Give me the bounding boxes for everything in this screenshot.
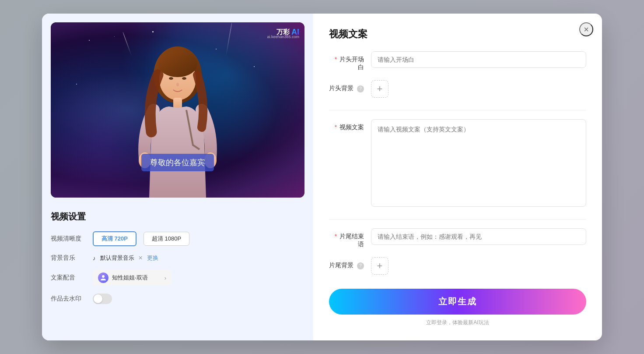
voice-arrow-icon: › [164,275,166,281]
intro-bg-add-btn[interactable]: + [371,80,388,98]
watermark-toggle-label: 作品去水印 [51,295,86,303]
music-note-icon: ♪ [93,255,96,262]
video-preview-wrapper: 万彩 AI ai.keehan365.com 尊敬的各位嘉宾 [51,22,304,198]
form-group-outro: * 片尾结束语 [329,228,586,248]
outro-bg-label-text: 片尾背景 [329,262,354,269]
content-textarea[interactable] [371,119,586,207]
music-control[interactable]: ♪ 默认背景音乐 × 更换 [93,254,158,262]
content-label: * 视频文案 [329,119,364,131]
divider-2 [329,219,586,219]
svg-rect-5 [173,98,182,109]
music-setting-row: 背景音乐 ♪ 默认背景音乐 × 更换 [51,254,304,262]
generate-button[interactable]: 立即生成 [329,289,586,315]
music-replace-btn[interactable]: 更换 [147,254,158,262]
modal-overlay: 万彩 AI ai.keehan365.com 尊敬的各位嘉宾 视频设置 视频清晰… [0,0,644,354]
outro-label: * 片尾结束语 [329,228,364,248]
close-button[interactable]: × [579,22,593,36]
form-group-content: * 视频文案 [329,119,586,207]
video-preview: 万彩 AI ai.keehan365.com 尊敬的各位嘉宾 [51,22,304,198]
music-label: 背景音乐 [51,254,86,262]
form-group-intro: * 片头开场白 [329,51,586,71]
quality-setting-row: 视频清晰度 高清 720P 超清 1080P [51,231,304,246]
music-close-btn[interactable]: × [139,254,143,262]
generate-hint-text: 立即登录，体验最新AI玩法 [426,319,489,326]
content-label-text: 视频文案 [340,124,364,131]
required-star: * [335,56,337,63]
intro-input[interactable] [371,51,586,68]
svg-point-9 [102,275,105,278]
voice-label: 文案配音 [51,274,86,282]
watermark-toggle[interactable] [93,294,112,304]
intro-label-text: 片头开场白 [340,56,364,71]
quality-720p-btn[interactable]: 高清 720P [93,231,136,246]
settings-title: 视频设置 [51,211,304,223]
quality-1080p-btn[interactable]: 超清 1080P [144,232,189,246]
avatar-figure [130,44,226,198]
outro-input[interactable] [371,228,586,245]
divider-1 [329,110,586,110]
video-settings: 视频设置 视频清晰度 高清 720P 超清 1080P 背景音乐 ♪ 默认背景音… [51,206,304,316]
outro-bg-help-icon[interactable]: ? [357,262,364,269]
voice-control[interactable]: 知性姐姐-双语 › [93,270,172,286]
subtitle-bar: 尊敬的各位嘉宾 [141,154,214,171]
voice-setting-row: 文案配音 知性姐姐-双语 › [51,270,304,286]
form-group-outro-bg: 片尾背景 ? + [329,257,586,275]
music-name: 默认背景音乐 [100,254,134,262]
svg-point-4 [176,83,179,86]
required-star-2: * [335,124,337,131]
svg-point-3 [182,77,186,80]
generate-hint: 立即登录，体验最新AI玩法 [329,319,586,326]
intro-bg-label: 片头背景 ? [329,80,364,92]
outro-bg-add-btn[interactable]: + [371,257,388,275]
watermark-setting-row: 作品去水印 [51,294,304,304]
quality-label: 视频清晰度 [51,235,86,243]
voice-name: 知性姐姐-双语 [112,274,148,282]
intro-bg-help-icon[interactable]: ? [357,85,364,92]
left-panel: 万彩 AI ai.keehan365.com 尊敬的各位嘉宾 视频设置 视频清晰… [42,14,313,340]
voice-avatar [98,273,108,283]
svg-point-8 [158,51,197,77]
intro-label: * 片头开场白 [329,51,364,71]
outro-label-text: 片尾结束语 [340,233,364,248]
outro-bg-label: 片尾背景 ? [329,257,364,269]
watermark-url: ai.keehan365.com [267,35,299,39]
intro-bg-label-text: 片头背景 [329,85,354,92]
required-star-3: * [335,233,337,240]
main-modal: 万彩 AI ai.keehan365.com 尊敬的各位嘉宾 视频设置 视频清晰… [42,14,602,340]
toggle-knob [94,294,102,303]
form-group-intro-bg: 片头背景 ? + [329,80,586,98]
right-panel: × 视频文案 * 片头开场白 片头背景 ? + [313,14,602,340]
panel-title: 视频文案 [329,28,586,41]
svg-point-2 [169,77,173,80]
